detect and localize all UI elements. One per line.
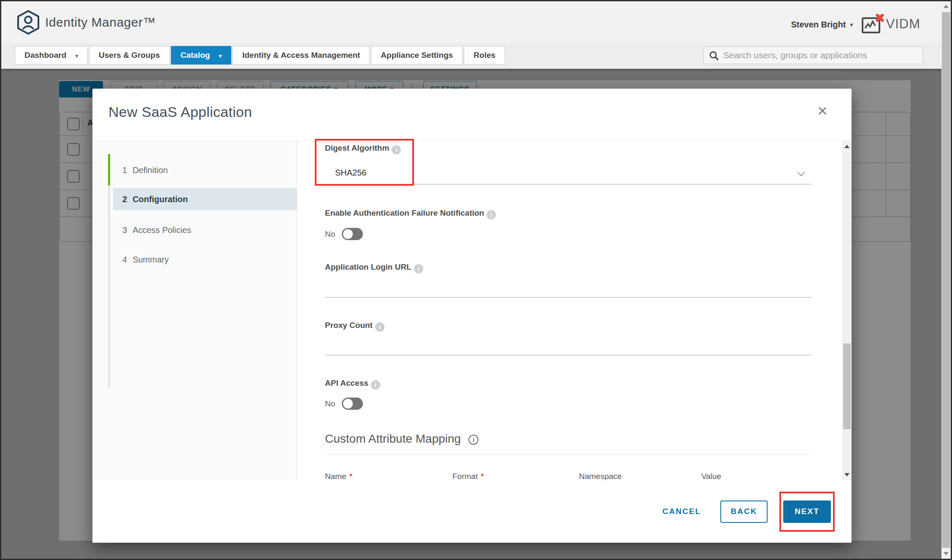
step-summary[interactable]: 4Summary	[122, 255, 169, 265]
chevron-down-icon: ▾	[76, 53, 78, 59]
attr-column-namespace: Namespace	[579, 472, 622, 480]
back-button[interactable]: BACK	[720, 500, 768, 523]
attr-column-value: Value	[701, 472, 721, 480]
scroll-up-arrow[interactable]	[944, 5, 949, 8]
search-icon	[709, 51, 719, 61]
search-input[interactable]	[723, 47, 917, 63]
next-button[interactable]: NEXT	[783, 500, 831, 523]
product-badge: VIDM	[886, 16, 921, 32]
user-name: Steven Bright	[791, 20, 846, 29]
brand-title: Identity Manager™	[45, 15, 156, 30]
required-asterisk: *	[481, 472, 484, 480]
modal-title: New SaaS Application	[108, 104, 252, 120]
step-progress-done	[108, 154, 110, 185]
info-icon[interactable]: i	[371, 380, 380, 390]
step-access-policies[interactable]: 3Access Policies	[122, 225, 191, 235]
search-box	[703, 46, 923, 64]
info-icon[interactable]: i	[468, 435, 479, 445]
step-definition[interactable]: 1Definition	[122, 165, 168, 175]
broken-image-icon	[861, 14, 884, 36]
wizard-steps-panel: 1Definition 2Configuration 3Access Polic…	[92, 141, 297, 480]
tab-catalog[interactable]: Catalog ▾	[171, 46, 232, 65]
tab-users-groups[interactable]: Users & Groups	[89, 46, 170, 65]
application-login-url-input[interactable]	[325, 281, 811, 298]
modal-scrollbar	[842, 141, 852, 480]
new-saas-application-modal: New SaaS Application ✕ 1Definition 2Conf…	[92, 89, 852, 543]
chevron-down-icon: ▾	[850, 22, 853, 28]
info-icon[interactable]: i	[392, 145, 401, 154]
auth-failure-toggle[interactable]	[342, 228, 363, 240]
api-access-toggle[interactable]	[342, 398, 363, 410]
cancel-button[interactable]: CANCEL	[663, 507, 701, 516]
scrollbar-thumb[interactable]	[843, 344, 851, 429]
info-icon[interactable]: i	[487, 210, 496, 219]
digest-algorithm-label: Digest Algorithmi	[325, 143, 401, 154]
user-menu[interactable]: Steven Bright▾	[791, 20, 853, 30]
close-icon[interactable]: ✕	[817, 105, 828, 118]
toggle-state-label: No	[325, 230, 335, 239]
auth-failure-toggle-row: No	[325, 228, 363, 240]
proxy-count-input[interactable]	[325, 338, 811, 355]
info-icon[interactable]: i	[375, 322, 384, 332]
configuration-form: Digest Algorithmi SHA256 Enable Authenti…	[297, 141, 842, 480]
proxy-count-label: Proxy Counti	[325, 321, 384, 332]
application-login-url-label: Application Login URLi	[325, 262, 423, 273]
step-configuration[interactable]: 2Configuration	[122, 195, 188, 204]
api-access-label: API Accessi	[325, 379, 380, 390]
app-header: Identity Manager™ Steven Bright▾ VIDM	[1, 1, 951, 43]
custom-attribute-mapping-heading: Custom Attribute Mappingi	[325, 432, 479, 446]
app-window: Identity Manager™ Steven Bright▾ VIDM Da…	[0, 0, 952, 560]
scroll-down-arrow[interactable]	[844, 473, 849, 476]
modal-footer: CANCEL BACK NEXT	[92, 480, 852, 543]
step-progress-track	[108, 154, 110, 387]
required-asterisk: *	[349, 472, 352, 480]
info-icon[interactable]: i	[414, 264, 423, 273]
tab-appliance-settings[interactable]: Appliance Settings	[371, 46, 462, 65]
toggle-state-label: No	[325, 399, 335, 409]
identity-manager-logo-icon	[16, 10, 40, 37]
api-access-toggle-row: No	[325, 398, 363, 410]
attr-column-name: Name*	[325, 472, 352, 480]
chevron-down-icon: ▾	[219, 53, 222, 59]
chevron-down-icon[interactable]	[797, 168, 805, 176]
tab-roles[interactable]: Roles	[464, 46, 505, 65]
main-nav: Dashboard ▾ Users & Groups Catalog ▾ Ide…	[1, 43, 951, 69]
browser-scrollbar	[941, 1, 951, 559]
tab-dashboard[interactable]: Dashboard ▾	[15, 46, 88, 65]
scroll-up-arrow[interactable]	[844, 145, 849, 148]
auth-failure-notification-label: Enable Authentication Failure Notificati…	[325, 208, 496, 219]
scroll-down-arrow[interactable]	[944, 552, 949, 555]
digest-algorithm-select[interactable]: SHA256	[335, 168, 367, 178]
attr-column-format: Format*	[452, 472, 484, 480]
tab-identity-access-management[interactable]: Identity & Access Management	[233, 46, 370, 65]
scrollbar-thumb[interactable]	[942, 12, 950, 548]
annotation-box-next: NEXT	[779, 492, 835, 532]
